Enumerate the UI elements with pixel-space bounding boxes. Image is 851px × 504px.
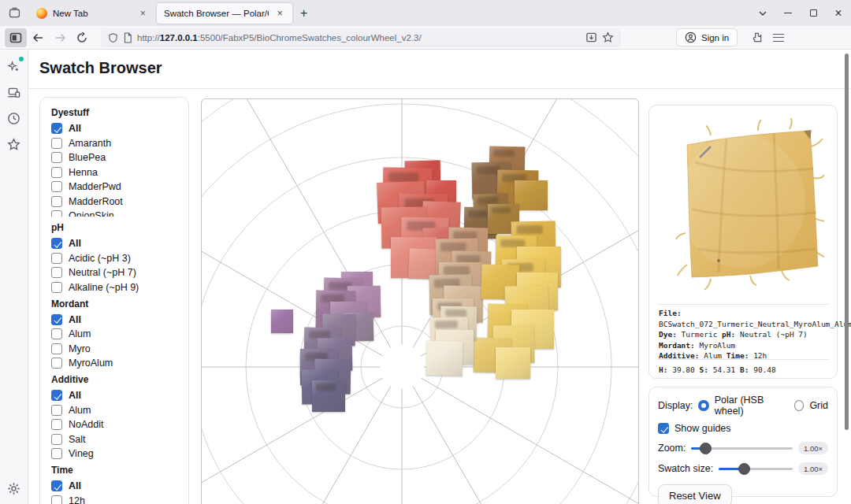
checkbox[interactable]	[51, 448, 62, 459]
filter-option-vineg[interactable]: Vineg	[51, 448, 177, 459]
checkbox[interactable]	[51, 495, 62, 504]
filter-option-myro[interactable]: Myro	[51, 343, 177, 354]
swatch-texture-mark	[316, 384, 336, 391]
tab-close-icon[interactable]: ×	[137, 7, 148, 19]
radio-polar-label[interactable]: Polar (HSB wheel)	[715, 395, 786, 417]
checkbox[interactable]	[51, 152, 62, 163]
menu-button[interactable]	[767, 28, 790, 47]
forward-button[interactable]	[49, 28, 71, 47]
minimize-button[interactable]	[775, 0, 801, 26]
save-page-icon[interactable]	[585, 32, 597, 43]
checkbox[interactable]	[51, 196, 62, 207]
checkbox[interactable]	[51, 358, 62, 369]
sidebar-toggle-button[interactable]	[5, 28, 27, 47]
reset-view-button[interactable]: Reset View	[658, 484, 732, 504]
checkbox[interactable]	[51, 181, 62, 192]
checkbox[interactable]	[51, 480, 62, 491]
page-info-icon[interactable]	[123, 32, 132, 43]
page-scrollbar[interactable]	[843, 50, 850, 504]
filter-option-henna[interactable]: Henna	[51, 167, 177, 178]
swatch-size-slider[interactable]	[719, 462, 793, 475]
filter-option-alum[interactable]: Alum	[51, 328, 177, 339]
zoom-slider-thumb[interactable]	[700, 443, 712, 454]
filter-option-all[interactable]: All	[51, 390, 177, 401]
checkbox[interactable]	[51, 167, 62, 178]
radio-polar[interactable]	[698, 400, 708, 411]
filter-option-amaranth[interactable]: Amaranth	[51, 138, 177, 149]
checkbox[interactable]	[51, 253, 62, 264]
filter-option-salt[interactable]: Salt	[51, 434, 177, 445]
checkbox[interactable]	[51, 343, 62, 354]
checkbox[interactable]	[51, 434, 62, 445]
bookmarks-button[interactable]	[6, 136, 22, 152]
synced-tabs-button[interactable]	[6, 84, 22, 100]
swatch-point[interactable]	[426, 341, 463, 376]
sparkle-icon	[7, 60, 20, 73]
checkbox[interactable]	[51, 314, 62, 325]
back-button[interactable]	[27, 28, 49, 47]
close-button[interactable]: ×	[826, 0, 851, 26]
checkbox[interactable]	[51, 238, 62, 249]
checkbox[interactable]	[51, 123, 62, 134]
tab-close-icon[interactable]: ×	[274, 7, 285, 19]
filter-options: AllAlumNoAdditSaltVineg	[51, 390, 177, 459]
filter-option-onionskin[interactable]: OnionSkin	[51, 210, 177, 217]
zoom-slider[interactable]	[691, 442, 793, 454]
settings-button[interactable]	[6, 480, 22, 496]
checkbox[interactable]	[51, 282, 62, 293]
filter-option-myroalum[interactable]: MyroAlum	[51, 358, 177, 369]
extensions-button[interactable]	[745, 28, 767, 47]
minimize-icon	[784, 13, 792, 13]
maximize-button[interactable]	[801, 0, 826, 26]
filter-option-alkaline-ph-9-[interactable]: Alkaline (~pH 9)	[51, 282, 177, 293]
filter-option-12h[interactable]: 12h	[51, 495, 177, 504]
filter-option-neutral-ph-7-[interactable]: Neutral (~pH 7)	[51, 267, 177, 278]
swatch-point[interactable]	[515, 180, 548, 210]
checkbox[interactable]	[51, 328, 62, 339]
radio-grid[interactable]	[794, 400, 805, 411]
swatch-point[interactable]	[312, 380, 345, 412]
scrollbar-thumb[interactable]	[845, 54, 849, 430]
checkbox[interactable]	[51, 210, 62, 217]
show-guides-label[interactable]: Show guides	[674, 423, 731, 434]
bookmark-star-icon[interactable]	[602, 32, 614, 43]
show-guides-checkbox[interactable]	[658, 423, 669, 434]
radio-grid-label[interactable]: Grid	[809, 400, 828, 411]
filter-option-all[interactable]: All	[51, 238, 177, 249]
filter-option-label: Vineg	[69, 448, 94, 459]
filter-section-title: Mordant	[51, 298, 177, 309]
checkbox[interactable]	[51, 138, 62, 149]
filter-option-madderpwd[interactable]: MadderPwd	[51, 181, 177, 192]
filter-options: All12h30m	[51, 480, 177, 504]
tab-swatch-browser[interactable]: Swatch Browser — Polar/Grid + Filt ×	[157, 3, 292, 24]
url-bar[interactable]: http://127.0.0.1:5500/FabxP5/BioChromeSw…	[101, 28, 621, 47]
swatch-detail-panel: File:BCSwatch_072_Turmeric_Neutral_MyroA…	[648, 105, 838, 379]
checkbox[interactable]	[51, 390, 62, 401]
filter-option-bluepea[interactable]: BluePea	[51, 152, 177, 163]
filter-option-alum[interactable]: Alum	[51, 405, 177, 416]
browser-window: New Tab × Swatch Browser — Polar/Grid + …	[0, 0, 851, 504]
ai-chat-button[interactable]	[6, 58, 22, 74]
tab-new-tab[interactable]: New Tab ×	[29, 3, 155, 24]
checkbox[interactable]	[51, 267, 62, 278]
reload-button[interactable]	[71, 28, 93, 47]
filter-option-acidic-ph-3-[interactable]: Acidic (~pH 3)	[51, 253, 177, 264]
filter-option-noaddit[interactable]: NoAddit	[51, 419, 177, 430]
list-tabs-button[interactable]	[750, 0, 775, 26]
swatch-size-slider-thumb[interactable]	[738, 463, 750, 475]
filter-option-label: MadderPwd	[69, 181, 121, 192]
filter-option-all[interactable]: All	[51, 123, 177, 134]
checkbox[interactable]	[51, 405, 62, 416]
filter-section-title: Additive	[51, 374, 177, 385]
filter-option-all[interactable]: All	[51, 480, 177, 491]
checkbox[interactable]	[51, 419, 62, 430]
filter-option-all[interactable]: All	[51, 314, 177, 325]
history-button[interactable]	[6, 110, 22, 126]
filter-options: AllAmaranthBluePeaHennaMadderPwdMadderRo…	[51, 123, 177, 217]
swatch-point[interactable]	[271, 309, 293, 333]
swatch-point[interactable]	[496, 347, 530, 379]
firefox-view-button[interactable]	[0, 6, 28, 20]
sign-in-button[interactable]: Sign in	[676, 28, 738, 46]
filter-option-madderroot[interactable]: MadderRoot	[51, 196, 177, 207]
new-tab-button[interactable]: +	[293, 6, 314, 20]
